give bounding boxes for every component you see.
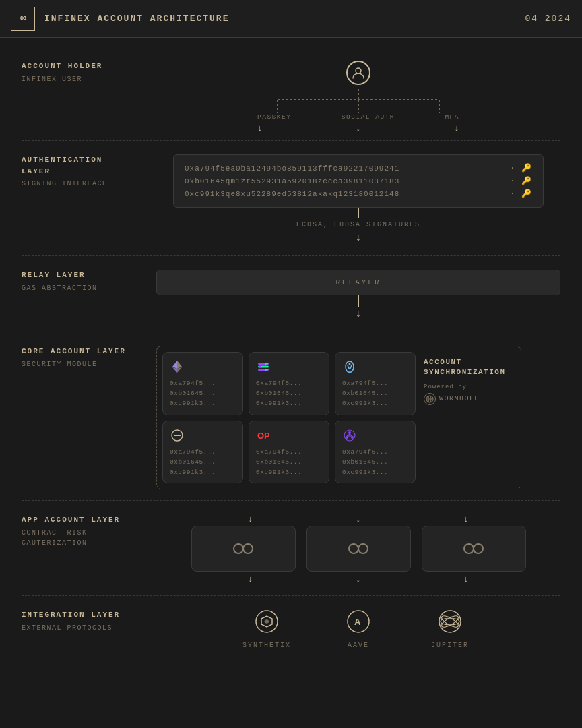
addr-text-1: 0xa794f5ea0ba12494bo859113fffca922170992… [185,164,399,173]
auth-layer-sub: SIGNING INTERFACE [22,179,156,189]
app-arrows-bottom: ↓ ↓ ↓ [197,574,520,584]
auth-addresses-box: 0xa794f5ea0ba12494bo859113fffca922170992… [173,154,544,208]
gnosis-icon [170,428,236,443]
main-content: ACCOUNT HOLDER INFINEX USER [0,38,582,673]
relay-layer-section: RELAY LAYER GAS ABSTRACTION RELAYER ↓ [22,263,560,325]
header: ∞ INFINEX ACCOUNT ARCHITECTURE _04_2024 [0,0,582,38]
svg-marker-6 [172,361,177,369]
chain-card-eth: 0xa794f5...0xb01645...0xc991k3... [162,352,243,415]
user-icon-wrap [346,61,370,85]
app-card-3 [422,526,526,572]
jupiter-item: JUPITER [410,609,490,649]
passkey-label: PASSKEY [257,113,291,121]
aave-icon: A [346,609,370,639]
poly-icon [342,428,408,443]
account-holder-name: ACCOUNT HOLDER [22,61,156,72]
app-sub: CONTRACT RISKCAUTERIZATION [22,528,156,548]
op-icon: OP [256,428,322,443]
app-name: APP ACCOUNT LAYER [22,514,156,526]
sui-icon [342,359,408,374]
core-sub: SECURITY MODULE [22,359,156,369]
core-name: CORE ACCOUNT LAYER [22,346,156,357]
account-holder-section: ACCOUNT HOLDER INFINEX USER [22,51,560,133]
key-icon-2: · 🔑 [511,176,532,186]
auth-options-row: PASSKEY SOCIAL AUTH MFA [257,113,459,121]
app-layer-section: APP ACCOUNT LAYER CONTRACT RISKCAUTERIZA… [22,508,560,588]
sep-1 [22,140,560,141]
header-date: _04_2024 [519,13,571,24]
integration-sub: EXTERNAL PROTOCOLS [22,623,156,633]
chain-card-op: OP 0xa794f5...0xb01645...0xc991k3... [249,421,329,484]
svg-point-31 [243,544,253,553]
sep-4 [22,500,560,501]
core-dashed-group: 0xa794f5...0xb01645...0xc991k3... [156,346,521,489]
addr-text-3: 0xc991k3qe8xu52289ed53812akakq1231800121… [185,190,399,198]
svg-point-35 [474,544,483,553]
app-content: ↓ ↓ ↓ [156,514,560,584]
auth-layer-name: AUTHENTICATION LAYER [22,154,156,177]
aave-label: AAVE [348,642,369,649]
app-card-1 [191,526,296,572]
jupiter-label: JUPITER [431,642,469,649]
sep-3 [22,332,560,332]
svg-point-34 [464,544,474,553]
synthetix-label: SYNTHETIX [243,642,291,649]
svg-point-0 [356,68,361,73]
svg-text:A: A [354,617,361,627]
gnosis-addr: 0xa794f5...0xb01645...0xc991k3... [170,447,236,478]
svg-point-32 [349,544,358,553]
key-icon-3: · 🔑 [511,189,532,199]
integration-content: SYNTHETIX A AAVE [156,609,560,649]
integration-name: INTEGRATION LAYER [22,609,156,621]
addr-line-3: 0xc991k3qe8xu52289ed53812akakq1231800121… [185,189,532,199]
auth-layer-label: AUTHENTICATION LAYER SIGNING INTERFACE [22,154,156,189]
auth-arrows: ↓ ↓ ↓ [257,123,459,133]
account-holder-label: ACCOUNT HOLDER INFINEX USER [22,61,156,84]
arrow-relay-core: ↓ [355,309,362,320]
relay-content: RELAYER ↓ [156,270,560,321]
relay-label: RELAY LAYER GAS ABSTRACTION [22,270,156,293]
relayer-box: RELAYER [156,270,560,295]
auth-layer-content: 0xa794f5ea0ba12494bo859113fffca922170992… [156,154,560,245]
wormhole-text: WORMHOLE [439,395,480,402]
sep-2 [22,255,560,256]
header-title: INFINEX ACCOUNT ARCHITECTURE [44,13,229,24]
jupiter-icon [438,609,462,639]
eth-icon [170,359,236,374]
sol-addr: 0xa794f5...0xb01645...0xc991k3... [256,378,322,409]
svg-marker-7 [177,361,182,369]
sui-addr: 0xa794f5...0xb01645...0xc991k3... [342,378,408,409]
app-card-2 [306,526,411,572]
logo-icon: ∞ [20,13,26,24]
app-label: APP ACCOUNT LAYER CONTRACT RISKCAUTERIZA… [22,514,156,548]
svg-point-21 [348,431,351,434]
app-arrows-top: ↓ ↓ ↓ [197,514,520,524]
account-holder-content: PASSKEY SOCIAL AUTH MFA ↓ ↓ ↓ [156,61,560,133]
wormhole-logo: WORMHOLE [424,393,480,405]
addr-text-2: 0xb01645qm1zt552931a592018zccca398110371… [185,177,399,185]
synthetix-icon [255,609,279,639]
sync-powered: Powered by [424,384,467,390]
svg-point-39 [439,611,461,632]
op-addr: 0xa794f5...0xb01645...0xc991k3... [256,447,322,478]
poly-addr: 0xa794f5...0xb01645...0xc991k3... [342,447,408,478]
core-content: 0xa794f5...0xb01645...0xc991k3... [156,346,560,489]
integration-label: INTEGRATION LAYER EXTERNAL PROTOCOLS [22,609,156,633]
mfa-label: MFA [445,113,459,121]
addr-line-2: 0xb01645qm1zt552931a592018zccca398110371… [185,176,532,186]
wormhole-icon [424,393,436,405]
chain-card-sui: 0xa794f5...0xb01645...0xc991k3... [335,352,416,415]
integration-row: SYNTHETIX A AAVE [226,609,490,649]
key-icon-1: · 🔑 [511,163,532,173]
sol-icon [256,359,322,374]
integration-layer-section: INTEGRATION LAYER EXTERNAL PROTOCOLS SYN… [22,603,560,653]
v-line-relay [358,295,359,307]
eth-addr: 0xa794f5...0xb01645...0xc991k3... [170,378,236,409]
svg-point-42 [441,618,459,625]
chain-card-gnosis: 0xa794f5...0xb01645...0xc991k3... [162,421,243,484]
sync-box: ACCOUNTSYNCHRONIZATION Powered by WORMHO… [421,352,515,408]
core-label: CORE ACCOUNT LAYER SECURITY MODULE [22,346,156,369]
svg-point-33 [358,544,368,553]
relay-sub: GAS ABSTRACTION [22,283,156,293]
user-avatar-icon [346,61,370,85]
